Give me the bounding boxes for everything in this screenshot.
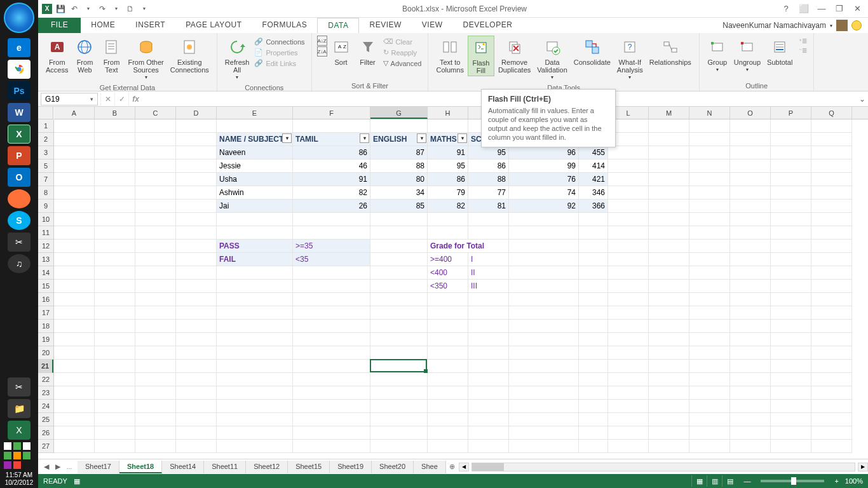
cell[interactable] (730, 173, 771, 186)
score-cell[interactable]: 95 (468, 146, 509, 159)
cell[interactable] (771, 240, 811, 253)
cell[interactable] (217, 360, 293, 373)
taskbar-skype-icon[interactable]: S (8, 211, 31, 230)
cell[interactable] (689, 293, 730, 306)
cell[interactable] (468, 346, 509, 360)
table-header-tamil[interactable]: TAMIL▾ (293, 133, 370, 146)
cell[interactable] (468, 360, 509, 373)
cell[interactable] (293, 266, 370, 280)
score-cell[interactable]: 99 (509, 159, 579, 173)
cell[interactable] (468, 320, 509, 333)
feedback-smiley-icon[interactable] (851, 20, 862, 30)
cell[interactable] (689, 146, 730, 159)
cell[interactable] (54, 186, 95, 200)
cell[interactable] (649, 213, 689, 226)
sort-button[interactable]: AZSort (329, 36, 354, 67)
cell[interactable] (730, 226, 771, 240)
cell[interactable] (649, 426, 689, 440)
taskbar-photoshop-icon[interactable]: Ps (8, 81, 31, 100)
cell[interactable] (608, 173, 649, 186)
cell[interactable] (293, 333, 370, 346)
hscroll-left-icon[interactable]: ◀ (459, 463, 469, 471)
cell[interactable] (293, 213, 370, 226)
cell[interactable] (95, 293, 135, 306)
col-header-P[interactable]: P (771, 107, 811, 119)
cell[interactable] (135, 253, 176, 266)
cell[interactable] (771, 333, 811, 346)
cell[interactable] (95, 213, 135, 226)
cell[interactable] (649, 386, 689, 400)
cell[interactable] (608, 413, 649, 426)
cell[interactable] (428, 213, 468, 226)
cell[interactable] (135, 426, 176, 440)
zoom-slider[interactable] (761, 480, 824, 482)
col-header-E[interactable]: E (217, 107, 293, 119)
cell[interactable] (811, 173, 852, 186)
cell[interactable] (95, 413, 135, 426)
cell[interactable] (689, 360, 730, 373)
cell[interactable] (608, 333, 649, 346)
cell[interactable] (95, 173, 135, 186)
cell[interactable] (95, 360, 135, 373)
cell[interactable] (730, 253, 771, 266)
cell[interactable] (771, 293, 811, 306)
cell[interactable] (730, 146, 771, 159)
cell[interactable] (730, 320, 771, 333)
cell[interactable] (428, 413, 468, 426)
cell[interactable] (176, 173, 217, 186)
insert-function-icon[interactable]: fx (128, 93, 142, 105)
cell[interactable] (649, 440, 689, 453)
row-header-27[interactable]: 27 (38, 440, 53, 453)
col-header-M[interactable]: M (649, 107, 689, 119)
macro-record-icon[interactable]: ▦ (74, 477, 80, 485)
group-button[interactable]: Group▾ (705, 36, 730, 75)
hscroll-thumb[interactable] (472, 463, 504, 471)
cell[interactable] (771, 253, 811, 266)
score-cell[interactable]: 91 (293, 173, 370, 186)
cell[interactable] (649, 253, 689, 266)
student-name-cell[interactable]: Naveen (217, 146, 293, 159)
cell[interactable] (689, 306, 730, 320)
cell[interactable] (608, 440, 649, 453)
tab-data[interactable]: DATA (317, 18, 359, 33)
fail-value-cell[interactable]: <35 (293, 253, 370, 266)
cell[interactable] (176, 280, 217, 293)
cell[interactable] (428, 360, 468, 373)
cell[interactable] (509, 213, 579, 226)
cell[interactable] (135, 200, 176, 213)
cell[interactable] (771, 440, 811, 453)
cell[interactable] (95, 200, 135, 213)
cell[interactable] (293, 386, 370, 400)
cell[interactable] (730, 440, 771, 453)
cell[interactable] (771, 133, 811, 146)
taskbar-music-icon[interactable]: ♫ (8, 254, 31, 273)
taskbar-running-snip[interactable]: ✂ (8, 377, 31, 396)
grade-val-cell[interactable]: II (468, 266, 509, 280)
cell[interactable] (468, 386, 509, 400)
cell[interactable] (468, 333, 509, 346)
cell[interactable] (689, 240, 730, 253)
row-header-1[interactable]: 1 (38, 119, 53, 133)
cell[interactable] (95, 386, 135, 400)
cell[interactable] (730, 280, 771, 293)
cell[interactable] (176, 226, 217, 240)
row-header-15[interactable]: 15 (38, 280, 53, 293)
student-name-cell[interactable]: Jai (217, 200, 293, 213)
cell[interactable] (95, 146, 135, 159)
taskbar-running-explorer[interactable]: 📁 (8, 399, 31, 418)
taskbar-snip-icon[interactable]: ✂ (8, 233, 31, 252)
cell[interactable] (509, 400, 579, 413)
cell[interactable] (608, 146, 649, 159)
qat-undo-dropdown[interactable]: ▾ (83, 3, 94, 15)
ribbon-display-options-icon[interactable]: ⬜ (796, 3, 812, 15)
cell[interactable] (176, 159, 217, 173)
cell[interactable] (730, 413, 771, 426)
row-header-21[interactable]: 21 (38, 360, 53, 373)
tab-review[interactable]: REVIEW (359, 18, 411, 33)
cell[interactable] (649, 293, 689, 306)
cell[interactable] (135, 119, 176, 133)
cell[interactable] (608, 200, 649, 213)
cell[interactable] (293, 400, 370, 413)
cell[interactable] (54, 146, 95, 159)
cell[interactable] (217, 293, 293, 306)
